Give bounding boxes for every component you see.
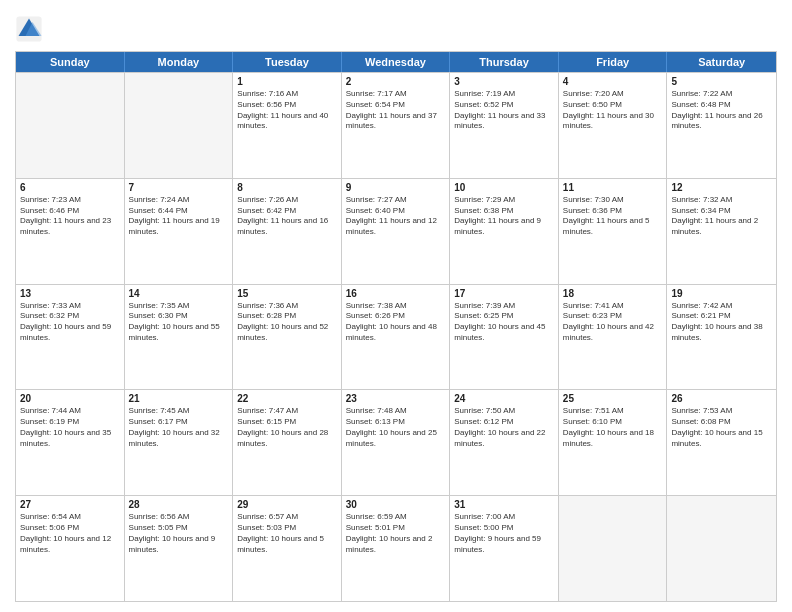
weekday-header: Sunday (16, 52, 125, 72)
calendar-cell: 13Sunrise: 7:33 AM Sunset: 6:32 PM Dayli… (16, 285, 125, 390)
day-number: 12 (671, 182, 772, 193)
calendar-cell: 15Sunrise: 7:36 AM Sunset: 6:28 PM Dayli… (233, 285, 342, 390)
day-number: 15 (237, 288, 337, 299)
calendar-cell: 28Sunrise: 6:56 AM Sunset: 5:05 PM Dayli… (125, 496, 234, 601)
calendar-cell: 11Sunrise: 7:30 AM Sunset: 6:36 PM Dayli… (559, 179, 668, 284)
calendar-cell: 9Sunrise: 7:27 AM Sunset: 6:40 PM Daylig… (342, 179, 451, 284)
weekday-header: Friday (559, 52, 668, 72)
day-number: 21 (129, 393, 229, 404)
calendar-cell: 1Sunrise: 7:16 AM Sunset: 6:56 PM Daylig… (233, 73, 342, 178)
day-number: 10 (454, 182, 554, 193)
calendar-cell (559, 496, 668, 601)
day-number: 13 (20, 288, 120, 299)
day-info: Sunrise: 7:30 AM Sunset: 6:36 PM Dayligh… (563, 195, 663, 238)
day-number: 7 (129, 182, 229, 193)
day-info: Sunrise: 7:50 AM Sunset: 6:12 PM Dayligh… (454, 406, 554, 449)
calendar-cell (125, 73, 234, 178)
logo (15, 15, 47, 43)
day-number: 28 (129, 499, 229, 510)
day-number: 8 (237, 182, 337, 193)
day-info: Sunrise: 7:47 AM Sunset: 6:15 PM Dayligh… (237, 406, 337, 449)
day-number: 18 (563, 288, 663, 299)
calendar-body: 1Sunrise: 7:16 AM Sunset: 6:56 PM Daylig… (16, 72, 776, 601)
day-info: Sunrise: 7:44 AM Sunset: 6:19 PM Dayligh… (20, 406, 120, 449)
calendar-cell (667, 496, 776, 601)
calendar-cell: 18Sunrise: 7:41 AM Sunset: 6:23 PM Dayli… (559, 285, 668, 390)
day-number: 19 (671, 288, 772, 299)
day-number: 3 (454, 76, 554, 87)
weekday-header: Saturday (667, 52, 776, 72)
day-info: Sunrise: 7:45 AM Sunset: 6:17 PM Dayligh… (129, 406, 229, 449)
calendar-cell: 16Sunrise: 7:38 AM Sunset: 6:26 PM Dayli… (342, 285, 451, 390)
calendar-cell: 4Sunrise: 7:20 AM Sunset: 6:50 PM Daylig… (559, 73, 668, 178)
calendar-row: 1Sunrise: 7:16 AM Sunset: 6:56 PM Daylig… (16, 72, 776, 178)
calendar-row: 20Sunrise: 7:44 AM Sunset: 6:19 PM Dayli… (16, 389, 776, 495)
day-info: Sunrise: 7:38 AM Sunset: 6:26 PM Dayligh… (346, 301, 446, 344)
day-number: 14 (129, 288, 229, 299)
day-number: 9 (346, 182, 446, 193)
day-number: 30 (346, 499, 446, 510)
day-info: Sunrise: 7:27 AM Sunset: 6:40 PM Dayligh… (346, 195, 446, 238)
day-info: Sunrise: 7:53 AM Sunset: 6:08 PM Dayligh… (671, 406, 772, 449)
day-info: Sunrise: 7:51 AM Sunset: 6:10 PM Dayligh… (563, 406, 663, 449)
day-info: Sunrise: 7:48 AM Sunset: 6:13 PM Dayligh… (346, 406, 446, 449)
day-info: Sunrise: 6:59 AM Sunset: 5:01 PM Dayligh… (346, 512, 446, 555)
day-number: 16 (346, 288, 446, 299)
day-number: 17 (454, 288, 554, 299)
weekday-header: Tuesday (233, 52, 342, 72)
day-number: 4 (563, 76, 663, 87)
day-info: Sunrise: 6:57 AM Sunset: 5:03 PM Dayligh… (237, 512, 337, 555)
day-info: Sunrise: 7:26 AM Sunset: 6:42 PM Dayligh… (237, 195, 337, 238)
calendar-cell: 7Sunrise: 7:24 AM Sunset: 6:44 PM Daylig… (125, 179, 234, 284)
calendar-cell: 25Sunrise: 7:51 AM Sunset: 6:10 PM Dayli… (559, 390, 668, 495)
calendar-cell: 27Sunrise: 6:54 AM Sunset: 5:06 PM Dayli… (16, 496, 125, 601)
day-info: Sunrise: 7:23 AM Sunset: 6:46 PM Dayligh… (20, 195, 120, 238)
calendar-cell: 17Sunrise: 7:39 AM Sunset: 6:25 PM Dayli… (450, 285, 559, 390)
day-info: Sunrise: 7:29 AM Sunset: 6:38 PM Dayligh… (454, 195, 554, 238)
calendar-cell: 2Sunrise: 7:17 AM Sunset: 6:54 PM Daylig… (342, 73, 451, 178)
header (15, 10, 777, 43)
calendar-cell: 3Sunrise: 7:19 AM Sunset: 6:52 PM Daylig… (450, 73, 559, 178)
day-info: Sunrise: 7:35 AM Sunset: 6:30 PM Dayligh… (129, 301, 229, 344)
calendar-cell: 20Sunrise: 7:44 AM Sunset: 6:19 PM Dayli… (16, 390, 125, 495)
day-info: Sunrise: 7:17 AM Sunset: 6:54 PM Dayligh… (346, 89, 446, 132)
day-number: 1 (237, 76, 337, 87)
day-info: Sunrise: 7:20 AM Sunset: 6:50 PM Dayligh… (563, 89, 663, 132)
day-info: Sunrise: 7:22 AM Sunset: 6:48 PM Dayligh… (671, 89, 772, 132)
day-info: Sunrise: 7:33 AM Sunset: 6:32 PM Dayligh… (20, 301, 120, 344)
day-info: Sunrise: 7:24 AM Sunset: 6:44 PM Dayligh… (129, 195, 229, 238)
day-number: 31 (454, 499, 554, 510)
calendar-cell: 8Sunrise: 7:26 AM Sunset: 6:42 PM Daylig… (233, 179, 342, 284)
day-info: Sunrise: 7:36 AM Sunset: 6:28 PM Dayligh… (237, 301, 337, 344)
logo-icon (15, 15, 43, 43)
weekday-header: Wednesday (342, 52, 451, 72)
day-number: 23 (346, 393, 446, 404)
calendar-cell: 21Sunrise: 7:45 AM Sunset: 6:17 PM Dayli… (125, 390, 234, 495)
calendar-row: 6Sunrise: 7:23 AM Sunset: 6:46 PM Daylig… (16, 178, 776, 284)
calendar: SundayMondayTuesdayWednesdayThursdayFrid… (15, 51, 777, 602)
page: SundayMondayTuesdayWednesdayThursdayFrid… (0, 0, 792, 612)
day-info: Sunrise: 7:41 AM Sunset: 6:23 PM Dayligh… (563, 301, 663, 344)
calendar-cell: 23Sunrise: 7:48 AM Sunset: 6:13 PM Dayli… (342, 390, 451, 495)
calendar-cell: 6Sunrise: 7:23 AM Sunset: 6:46 PM Daylig… (16, 179, 125, 284)
day-number: 26 (671, 393, 772, 404)
calendar-cell: 24Sunrise: 7:50 AM Sunset: 6:12 PM Dayli… (450, 390, 559, 495)
day-number: 25 (563, 393, 663, 404)
day-info: Sunrise: 7:19 AM Sunset: 6:52 PM Dayligh… (454, 89, 554, 132)
calendar-row: 13Sunrise: 7:33 AM Sunset: 6:32 PM Dayli… (16, 284, 776, 390)
weekday-header: Thursday (450, 52, 559, 72)
calendar-cell: 5Sunrise: 7:22 AM Sunset: 6:48 PM Daylig… (667, 73, 776, 178)
day-number: 29 (237, 499, 337, 510)
calendar-cell: 30Sunrise: 6:59 AM Sunset: 5:01 PM Dayli… (342, 496, 451, 601)
calendar-cell (16, 73, 125, 178)
calendar-row: 27Sunrise: 6:54 AM Sunset: 5:06 PM Dayli… (16, 495, 776, 601)
day-number: 20 (20, 393, 120, 404)
day-number: 6 (20, 182, 120, 193)
calendar-cell: 19Sunrise: 7:42 AM Sunset: 6:21 PM Dayli… (667, 285, 776, 390)
day-info: Sunrise: 6:54 AM Sunset: 5:06 PM Dayligh… (20, 512, 120, 555)
day-number: 11 (563, 182, 663, 193)
day-info: Sunrise: 7:42 AM Sunset: 6:21 PM Dayligh… (671, 301, 772, 344)
day-number: 24 (454, 393, 554, 404)
day-info: Sunrise: 7:39 AM Sunset: 6:25 PM Dayligh… (454, 301, 554, 344)
day-info: Sunrise: 7:16 AM Sunset: 6:56 PM Dayligh… (237, 89, 337, 132)
